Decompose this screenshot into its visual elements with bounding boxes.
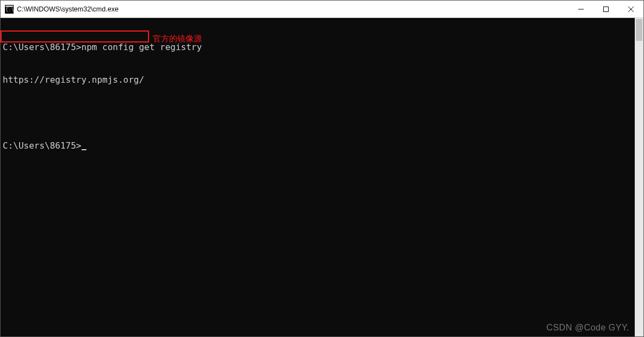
output-text: https://registry.npmjs.org/ bbox=[3, 75, 144, 85]
titlebar[interactable]: C:\ C:\WINDOWS\system32\cmd.exe bbox=[1, 1, 643, 18]
cmd-window: C:\ C:\WINDOWS\system32\cmd.exe C:\Users… bbox=[0, 0, 644, 337]
svg-text:C:\: C:\ bbox=[6, 8, 14, 13]
svg-rect-1 bbox=[5, 5, 13, 7]
cmd-icon: C:\ bbox=[5, 5, 14, 14]
window-title: C:\WINDOWS\system32\cmd.exe bbox=[17, 5, 568, 13]
client-area: C:\Users\86175>npm config get registry h… bbox=[1, 18, 643, 336]
prompt: C:\Users\86175> bbox=[3, 42, 82, 52]
close-button[interactable] bbox=[618, 1, 643, 17]
annotation-label: 官方的镜像源 bbox=[153, 33, 202, 44]
scroll-thumb[interactable] bbox=[636, 19, 642, 41]
minimize-button[interactable] bbox=[568, 1, 593, 17]
vertical-scrollbar[interactable] bbox=[635, 18, 643, 336]
highlight-box bbox=[1, 30, 149, 42]
window-controls bbox=[568, 1, 643, 17]
maximize-button[interactable] bbox=[593, 1, 618, 17]
terminal-output[interactable]: C:\Users\86175>npm config get registry h… bbox=[1, 18, 635, 336]
watermark: CSDN @Code GYY. bbox=[547, 322, 629, 333]
cursor bbox=[82, 142, 86, 150]
svg-rect-4 bbox=[604, 7, 609, 11]
prompt: C:\Users\86175> bbox=[3, 140, 82, 151]
